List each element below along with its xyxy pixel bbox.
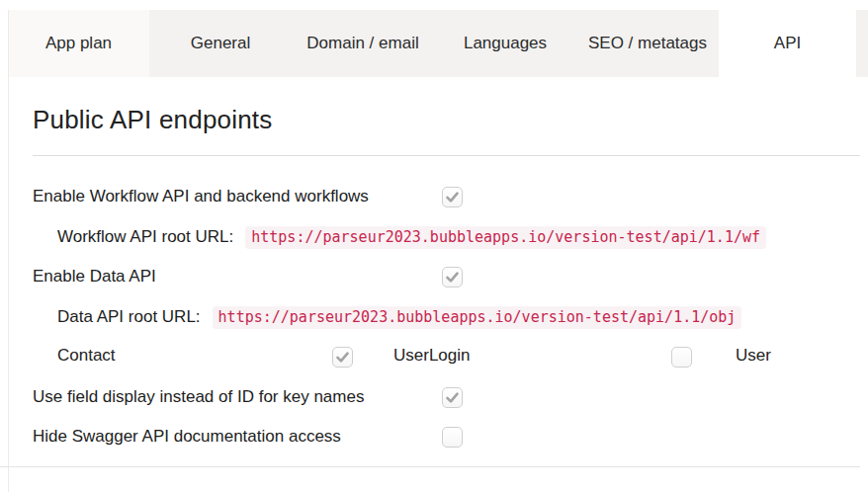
use-field-display-checkbox[interactable] (442, 387, 463, 408)
tab-app-plan[interactable]: App plan (8, 10, 149, 77)
page-title: Public API endpoints (33, 105, 273, 135)
workflow-root-url-row: Workflow API root URL: https://parseur20… (57, 226, 860, 248)
enable-data-api-checkbox[interactable] (442, 267, 463, 287)
data-type-contact-label: Contact (57, 346, 116, 366)
checkmark-icon (444, 389, 461, 406)
data-root-url-value[interactable]: https://parseur2023.bubbleapps.io/versio… (213, 306, 742, 329)
checkmark-icon (334, 349, 351, 366)
workflow-root-url-value[interactable]: https://parseur2023.bubbleapps.io/versio… (245, 226, 766, 249)
hide-swagger-checkbox[interactable] (442, 427, 463, 448)
tab-label: Languages (464, 34, 547, 53)
tab-bar-spacer (856, 10, 868, 77)
enable-data-api-label: Enable Data API (33, 266, 156, 287)
hide-swagger-label: Hide Swagger API documentation access (33, 426, 341, 448)
tab-general[interactable]: General (149, 10, 292, 77)
data-root-url-row: Data API root URL: https://parseur2023.b… (57, 306, 860, 328)
data-root-url-label: Data API root URL: (57, 306, 201, 328)
workflow-root-url-label: Workflow API root URL: (57, 226, 233, 248)
use-field-display-label: Use field display instead of ID for key … (33, 386, 364, 408)
tab-domain-email[interactable]: Domain / email (292, 10, 434, 77)
bottom-divider (0, 466, 860, 467)
tab-label: API (774, 34, 801, 53)
settings-tab-bar: App plan General Domain / email Language… (8, 10, 868, 77)
data-type-userlogin-checkbox[interactable] (671, 347, 692, 368)
heading-divider (33, 155, 860, 156)
enable-workflow-api-checkbox[interactable] (442, 187, 463, 207)
checkmark-icon (444, 189, 461, 205)
tab-languages[interactable]: Languages (434, 10, 576, 77)
data-type-userlogin-label: UserLogin (393, 346, 471, 366)
tab-api[interactable]: API (719, 10, 856, 77)
checkmark-icon (444, 269, 461, 286)
tab-label: Domain / email (306, 34, 418, 53)
data-type-contact-checkbox[interactable] (332, 347, 353, 368)
panel-left-border (8, 10, 9, 492)
tab-label: General (191, 34, 250, 53)
tab-seo-metatags[interactable]: SEO / metatags (576, 10, 719, 77)
enable-workflow-api-label: Enable Workflow API and backend workflow… (33, 186, 369, 207)
data-type-user-label: User (736, 346, 771, 366)
tab-label: SEO / metatags (588, 34, 707, 53)
tab-label: App plan (45, 34, 112, 53)
